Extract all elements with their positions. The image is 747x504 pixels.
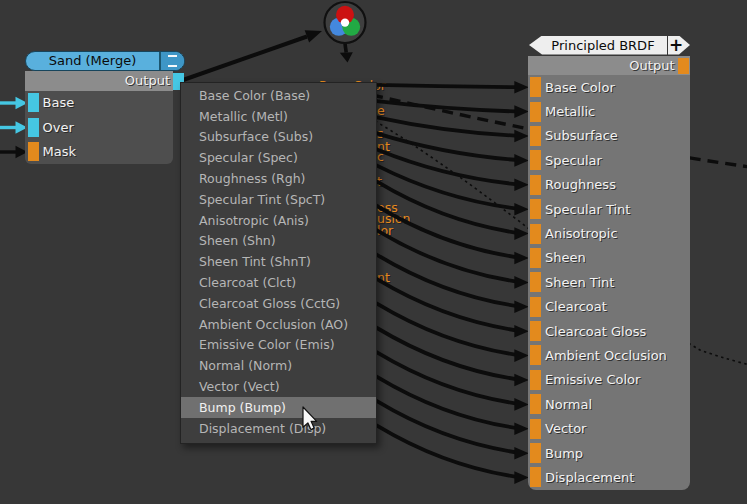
brdf-input-row: Subsurface <box>528 124 690 148</box>
merge-input-socket[interactable] <box>28 93 39 112</box>
brdf-node-header[interactable]: Principled BRDF <box>529 36 667 55</box>
brdf-input-row: Roughness <box>528 173 690 197</box>
brdf-input-socket[interactable] <box>530 175 542 195</box>
merge-node-body[interactable]: BaseOverMask <box>25 91 173 165</box>
merge-node-header[interactable]: Sand (Merge) <box>25 51 185 71</box>
merge-input-socket[interactable] <box>28 118 39 137</box>
color-node[interactable] <box>322 0 369 46</box>
mouse-cursor <box>302 406 320 432</box>
brdf-input-row: Bump <box>528 441 690 465</box>
merge-output-label: Output <box>125 73 170 88</box>
brdf-input-row: Specular <box>528 148 690 172</box>
brdf-input-socket[interactable] <box>530 394 542 414</box>
menu-item[interactable]: Base Color (Base) <box>181 85 376 106</box>
menu-item[interactable]: Displacement (Disp) <box>181 418 376 439</box>
brdf-input-socket[interactable] <box>530 102 542 122</box>
brdf-input-row: Sheen <box>528 246 690 270</box>
brdf-input-label: Base Color <box>545 80 615 95</box>
brdf-input-label: Subsurface <box>545 128 618 143</box>
node-menu-icon[interactable] <box>159 52 184 70</box>
brdf-input-socket[interactable] <box>530 370 542 390</box>
brdf-input-label: Sheen <box>545 250 586 265</box>
brdf-input-label: Specular Tint <box>545 202 630 217</box>
brdf-input-label: Ambient Occlusion <box>545 348 667 363</box>
menu-item[interactable]: Bump (Bump) <box>181 397 376 418</box>
brdf-input-label: Displacement <box>545 470 634 485</box>
merge-input-row: Base <box>25 91 173 116</box>
brdf-input-row: Vector <box>528 416 690 440</box>
schematic-canvas[interactable]: Base Coloresntctossusionlornt Sand (Merg… <box>0 0 747 504</box>
menu-item[interactable]: Specular Tint (SpcT) <box>181 189 376 210</box>
menu-item[interactable]: Vector (Vect) <box>181 376 376 397</box>
white-center-icon <box>341 18 349 26</box>
brdf-input-row: Base Color <box>528 75 690 99</box>
merge-input-label: Over <box>43 120 74 135</box>
menu-item[interactable]: Ambient Occlusion (AO) <box>181 314 376 335</box>
brdf-input-socket[interactable] <box>530 199 542 219</box>
brdf-input-row: Anisotropic <box>528 221 690 245</box>
brdf-input-socket[interactable] <box>530 126 542 146</box>
brdf-output-socket[interactable] <box>678 58 690 75</box>
brdf-input-row: Clearcoat Gloss <box>528 319 690 343</box>
brdf-input-row: Normal <box>528 392 690 416</box>
brdf-input-label: Clearcoat <box>545 299 607 314</box>
brdf-input-row: Ambient Occlusion <box>528 343 690 367</box>
brdf-input-socket[interactable] <box>530 467 542 487</box>
merge-node-output-row: Output <box>25 71 173 91</box>
brdf-input-label: Bump <box>545 446 583 461</box>
merge-input-label: Mask <box>43 144 76 159</box>
brdf-input-label: Roughness <box>545 177 616 192</box>
merge-input-socket[interactable] <box>28 142 39 161</box>
brdf-input-row: Displacement <box>528 465 690 489</box>
brdf-input-socket[interactable] <box>530 297 542 317</box>
brdf-input-row: Clearcoat <box>528 295 690 319</box>
menu-item[interactable]: Subsurface (Subs) <box>181 127 376 148</box>
brdf-input-socket[interactable] <box>530 248 542 268</box>
merge-input-row: Mask <box>25 140 173 165</box>
brdf-input-socket[interactable] <box>530 150 542 170</box>
menu-item[interactable]: Metallic (Metl) <box>181 106 376 127</box>
menu-item[interactable]: Normal (Norm) <box>181 355 376 376</box>
menu-item[interactable]: Sheen (Shn) <box>181 231 376 252</box>
menu-item[interactable]: Emissive Color (Emis) <box>181 335 376 356</box>
brdf-input-label: Emissive Color <box>545 372 640 387</box>
menu-item[interactable]: Anisotropic (Anis) <box>181 210 376 231</box>
menu-item[interactable]: Clearcoat Gloss (CctG) <box>181 293 376 314</box>
brdf-input-label: Anisotropic <box>545 226 618 241</box>
brdf-input-row: Metallic <box>528 99 690 123</box>
brdf-input-socket[interactable] <box>530 321 542 341</box>
brdf-input-row: Emissive Color <box>528 368 690 392</box>
brdf-input-row: Sheen Tint <box>528 270 690 294</box>
brdf-output-row: Output <box>528 56 690 76</box>
menu-item[interactable]: Clearcoat (Clct) <box>181 272 376 293</box>
brdf-input-label: Normal <box>545 397 592 412</box>
brdf-input-socket[interactable] <box>530 443 542 463</box>
menu-item[interactable]: Sheen Tint (ShnT) <box>181 251 376 272</box>
brdf-input-socket[interactable] <box>530 419 542 439</box>
menu-item[interactable]: Roughness (Rgh) <box>181 168 376 189</box>
brdf-input-label: Clearcoat Gloss <box>545 324 646 339</box>
brdf-input-label: Metallic <box>545 104 595 119</box>
menu-item[interactable]: Specular (Spec) <box>181 147 376 168</box>
brdf-node-body[interactable]: Base ColorMetallicSubsurfaceSpecularRoug… <box>528 75 690 490</box>
brdf-input-row: Specular Tint <box>528 197 690 221</box>
brdf-input-label: Vector <box>545 421 586 436</box>
merge-input-label: Base <box>43 95 75 110</box>
merge-input-row: Over <box>25 115 173 140</box>
channel-context-menu: Base Color (Base)Metallic (Metl)Subsurfa… <box>180 82 377 444</box>
brdf-node-title: Principled BRDF <box>551 38 654 53</box>
brdf-input-socket[interactable] <box>530 345 542 365</box>
brdf-input-socket[interactable] <box>530 272 542 292</box>
brdf-input-label: Specular <box>545 153 602 168</box>
brdf-input-label: Sheen Tint <box>545 275 614 290</box>
merge-node-title: Sand (Merge) <box>26 52 159 70</box>
brdf-output-label: Output <box>629 58 674 73</box>
brdf-input-socket[interactable] <box>530 77 542 97</box>
brdf-input-socket[interactable] <box>530 224 542 244</box>
